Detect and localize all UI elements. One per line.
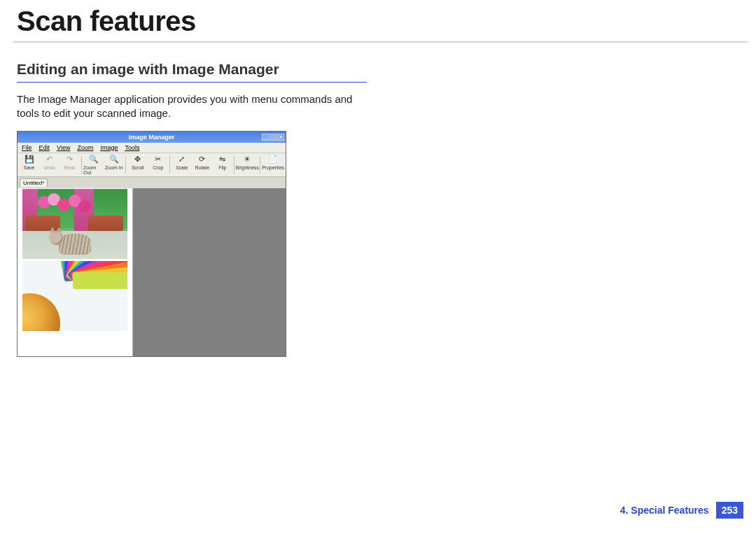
document-tab-strip: Untitled* (18, 177, 286, 188)
floppy-icon: 💾 (24, 155, 35, 164)
toolbar-zoom-in-button[interactable]: 🔍Zoom In (104, 155, 124, 175)
zoom-out-icon: 🔍 (88, 155, 99, 164)
zoom-in-icon: 🔍 (108, 155, 120, 164)
toolbar-label: Undo (43, 165, 55, 170)
thumbnail-panel (18, 188, 133, 356)
close-button[interactable]: × (277, 134, 284, 141)
app-screenshot: Image Manager _ □ × FileEditViewZoomImag… (17, 131, 286, 357)
toolbar-undo-button: ↶Undo (39, 155, 59, 175)
menu-item-tools[interactable]: Tools (125, 144, 139, 151)
toolbar-label: Rotate (195, 165, 209, 170)
brightness-icon: ☀ (241, 155, 253, 164)
flip-icon: ⇋ (217, 155, 228, 164)
thumbnail-image-2[interactable] (22, 261, 127, 331)
toolbar-properties-button[interactable]: 📄Properties (262, 155, 284, 175)
toolbar-label: Brightness (236, 165, 259, 170)
toolbar-scale-button[interactable]: ⤢Scale (172, 155, 192, 175)
toolbar-scroll-button[interactable]: ✥Scroll (127, 155, 148, 175)
minimize-button[interactable]: _ (262, 134, 269, 141)
crop-icon: ✂ (153, 155, 164, 164)
window-title: Image Manager (129, 134, 175, 141)
toolbar-label: Scale (176, 165, 188, 170)
toolbar-crop-button[interactable]: ✂Crop (148, 155, 168, 175)
menu-item-edit[interactable]: Edit (39, 144, 50, 151)
scroll-icon: ✥ (132, 155, 144, 164)
app-workspace (18, 188, 286, 356)
toolbar-label: Zoom Out (83, 165, 104, 175)
toolbar-zoom-out-button[interactable]: 🔍Zoom Out (83, 155, 104, 175)
page-footer: 4. Special Features 253 (620, 502, 743, 519)
scale-icon: ⤢ (176, 155, 188, 164)
window-controls: _ □ × (262, 134, 284, 141)
section-heading: Editing an image with Image Manager (17, 61, 367, 83)
toolbar-separator (169, 156, 170, 174)
toolbar-rotate-button[interactable]: ⟳Rotate (192, 155, 212, 175)
menu-item-image[interactable]: Image (100, 144, 118, 151)
toolbar-flip-button[interactable]: ⇋Flip (212, 155, 232, 175)
rotate-icon: ⟳ (197, 155, 208, 164)
toolbar-brightness-button[interactable]: ☀Brightness (236, 155, 258, 175)
toolbar-separator (81, 156, 82, 174)
toolbar-separator (260, 156, 260, 174)
title-divider (13, 41, 748, 44)
app-titlebar: Image Manager _ □ × (18, 132, 286, 143)
canvas-area (133, 188, 286, 356)
redo-icon: ↷ (64, 155, 76, 164)
page-title: Scan features (0, 0, 756, 37)
menu-item-file[interactable]: File (22, 144, 32, 151)
toolbar-separator (234, 156, 234, 174)
footer-page-number: 253 (716, 502, 743, 519)
toolbar-label: Save (24, 165, 35, 170)
document-tab[interactable]: Untitled* (20, 178, 48, 187)
toolbar-label: Flip (218, 165, 226, 170)
toolbar-label: Crop (153, 165, 163, 170)
toolbar-label: Redo (64, 165, 76, 170)
body-text: The Image Manager application provides y… (17, 92, 367, 121)
menu-item-zoom[interactable]: Zoom (77, 144, 93, 151)
properties-icon: 📄 (267, 155, 279, 164)
flower-petal (73, 272, 127, 289)
undo-icon: ↶ (44, 155, 55, 164)
toolbar-redo-button: ↷Redo (59, 155, 80, 175)
toolbar-separator (125, 156, 126, 174)
toolbar-label: Zoom In (105, 165, 123, 170)
toolbar-save-button[interactable]: 💾Save (19, 155, 39, 175)
maximize-button[interactable]: □ (270, 134, 276, 141)
toolbar-label: Properties (262, 165, 284, 170)
footer-chapter: 4. Special Features (620, 505, 709, 516)
app-toolbar: 💾Save↶Undo↷Redo🔍Zoom Out🔍Zoom In✥Scroll✂… (18, 153, 286, 177)
thumbnail-image-1[interactable] (22, 189, 127, 259)
toolbar-label: Scroll (132, 165, 144, 170)
menu-item-view[interactable]: View (57, 144, 70, 151)
app-menubar: FileEditViewZoomImageTools (18, 143, 286, 153)
